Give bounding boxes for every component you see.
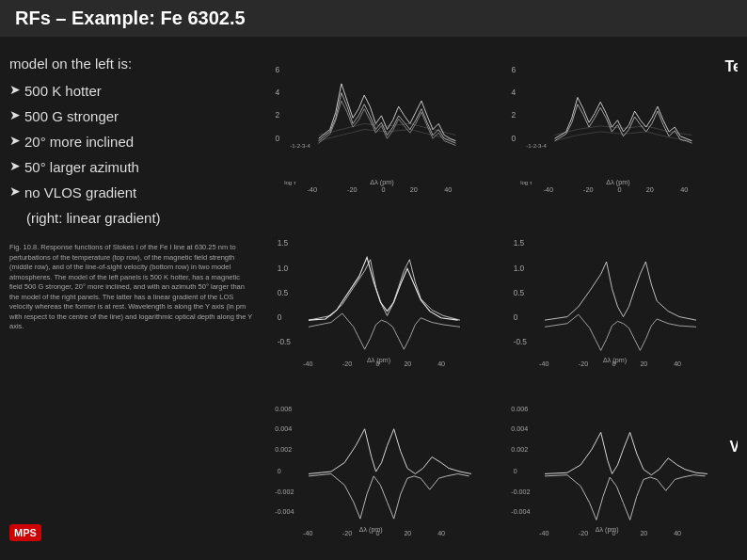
svg-text:-0.002: -0.002: [511, 488, 530, 495]
arrow-icon-5: ➤: [9, 183, 21, 201]
svg-text:1.0: 1.0: [514, 263, 525, 272]
svg-text:20: 20: [646, 185, 654, 194]
b-chart-right: 1.5 1.0 0.5 0 -0.5 -40 -20 0 20 40: [509, 226, 738, 372]
svg-text:-40: -40: [539, 360, 548, 368]
arrow-icon-2: ➤: [9, 106, 21, 125]
svg-text:-20: -20: [583, 185, 594, 194]
header-bar: RFs – Example: Fe 6302.5: [0, 0, 747, 37]
svg-text:-40: -40: [307, 185, 317, 194]
svg-text:0.006: 0.006: [275, 405, 292, 412]
svg-text:0: 0: [617, 185, 621, 194]
left-panel: model on the left is: ➤ 500 K hotter ➤ 5…: [9, 46, 263, 551]
svg-text:0: 0: [278, 312, 282, 322]
svg-text:-0.004: -0.004: [511, 508, 530, 516]
svg-text:-1-2-3-4: -1-2-3-4: [290, 142, 310, 148]
arrow-icon-4: ➤: [9, 157, 21, 176]
svg-text:0: 0: [278, 468, 281, 475]
svg-text:-20: -20: [342, 360, 352, 368]
svg-text:0: 0: [275, 133, 279, 142]
b-chart-left: 1.5 1.0 0.5 0 -0.5 -40 -20 0 20 40: [273, 226, 501, 372]
bullet-sub: (right: linear gradient): [9, 208, 263, 228]
svg-text:-0.002: -0.002: [275, 488, 294, 495]
svg-text:40: 40: [680, 185, 688, 194]
bullet-text-4: 50° larger azimuth: [24, 157, 139, 177]
svg-text:0.002: 0.002: [275, 445, 292, 453]
svg-text:log τ: log τ: [520, 179, 532, 184]
sub-note: (right: linear gradient): [26, 208, 161, 228]
svg-text:-0.5: -0.5: [514, 337, 528, 346]
svg-text:-0.5: -0.5: [278, 337, 292, 346]
svg-text:-20: -20: [579, 360, 588, 368]
vlos-charts: 0.006 0.004 0.002 0 -0.002 -0.004 -40 -2…: [273, 395, 738, 541]
svg-text:6: 6: [511, 64, 516, 73]
svg-text:Δλ (pm): Δλ (pm): [596, 526, 619, 534]
svg-text:Δλ (pm): Δλ (pm): [367, 357, 390, 364]
svg-text:-40: -40: [303, 360, 312, 368]
svg-text:-1-2-3-4: -1-2-3-4: [526, 142, 547, 148]
bullet-text-3: 20° more inclined: [24, 132, 134, 152]
svg-rect-38: [511, 226, 735, 372]
temp-chart-right: 6 4 2 0 -40 -20 0 20 40 log τ -1-2-3-4: [509, 56, 738, 202]
svg-text:Δλ (pm): Δλ (pm): [359, 526, 383, 534]
svg-text:20: 20: [404, 530, 411, 537]
bullet-4: ➤ 50° larger azimuth: [9, 157, 263, 177]
temp-chart-left: 6 4 2 0 -40 -20 0 20 40 log τ: [273, 56, 501, 202]
svg-text:2: 2: [511, 110, 516, 120]
svg-rect-26: [275, 226, 499, 372]
b-charts: 1.5 1.0 0.5 0 -0.5 -40 -20 0 20 40: [273, 226, 738, 372]
bullet-text-1: 500 K hotter: [24, 81, 102, 101]
model-text: model on the left is:: [9, 56, 263, 72]
svg-text:20: 20: [404, 360, 411, 368]
svg-text:6: 6: [275, 64, 279, 73]
svg-text:-40: -40: [303, 530, 312, 537]
figure-caption: Fig. 10.8. Response functions of Stokes …: [9, 243, 254, 332]
svg-rect-63: [511, 395, 735, 541]
slide: RFs – Example: Fe 6302.5 model on the le…: [0, 0, 747, 560]
svg-text:40: 40: [674, 530, 681, 537]
svg-text:1.5: 1.5: [278, 238, 289, 248]
svg-text:20: 20: [640, 360, 647, 368]
content-area: model on the left is: ➤ 500 K hotter ➤ 5…: [0, 37, 747, 560]
svg-text:-40: -40: [543, 185, 553, 194]
svg-text:-20: -20: [342, 530, 352, 537]
svg-text:0.006: 0.006: [511, 405, 528, 412]
vlos-label: VLOS: [729, 439, 738, 456]
temp-charts: 6 4 2 0 -40 -20 0 20 40 log τ: [273, 56, 738, 202]
bullet-3: ➤ 20° more inclined: [9, 132, 263, 152]
vlos-chart-left: 0.006 0.004 0.002 0 -0.002 -0.004 -40 -2…: [273, 395, 501, 541]
arrow-icon-3: ➤: [9, 132, 21, 151]
svg-text:40: 40: [437, 360, 445, 368]
svg-rect-50: [275, 395, 499, 541]
svg-text:0.5: 0.5: [278, 287, 289, 296]
svg-text:log τ: log τ: [284, 179, 296, 184]
svg-text:1.0: 1.0: [278, 263, 289, 272]
bullet-1: ➤ 500 K hotter: [9, 81, 263, 101]
svg-text:2: 2: [275, 110, 279, 120]
header-title: RFs – Example: Fe 6302.5: [15, 8, 246, 29]
svg-text:0.5: 0.5: [514, 287, 525, 296]
svg-text:-0.004: -0.004: [275, 508, 294, 516]
svg-text:0: 0: [514, 312, 518, 322]
svg-text:40: 40: [674, 360, 681, 368]
svg-text:40: 40: [444, 185, 452, 194]
svg-text:Δλ (pm): Δλ (pm): [606, 177, 630, 185]
bullet-2: ➤ 500 G stronger: [9, 106, 263, 126]
svg-text:20: 20: [640, 530, 647, 537]
bullet-5: ➤ no VLOS gradient: [9, 183, 263, 202]
svg-text:Δλ (pm): Δλ (pm): [370, 177, 394, 185]
svg-text:0.004: 0.004: [511, 425, 528, 433]
svg-text:20: 20: [410, 185, 418, 194]
arrow-icon-1: ➤: [9, 81, 21, 100]
svg-text:4: 4: [511, 88, 516, 97]
svg-text:-20: -20: [579, 530, 588, 537]
svg-text:1.5: 1.5: [514, 238, 525, 248]
svg-text:0.002: 0.002: [511, 445, 528, 453]
chart-row-b: 1.5 1.0 0.5 0 -0.5 -40 -20 0 20 40: [273, 216, 738, 381]
svg-text:0: 0: [511, 133, 516, 142]
svg-text:-40: -40: [539, 530, 548, 537]
mps-logo-box: MPS: [9, 524, 41, 541]
temp-label: Temp: [725, 58, 738, 75]
svg-text:Δλ (pm): Δλ (pm): [603, 357, 627, 364]
svg-text:0.004: 0.004: [275, 425, 292, 433]
svg-text:40: 40: [437, 530, 445, 537]
